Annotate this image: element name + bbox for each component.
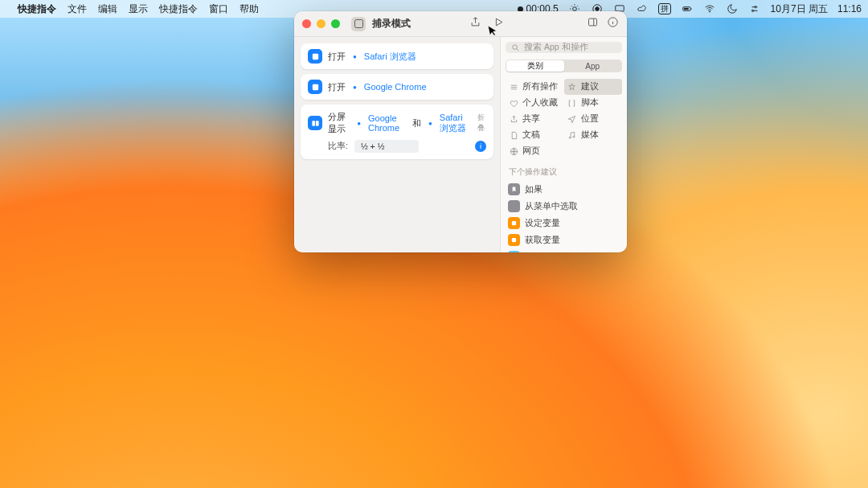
wifi-icon[interactable]: [703, 2, 716, 15]
action-verb: 打开: [328, 81, 346, 93]
svg-rect-12: [312, 53, 317, 59]
control-center-icon[interactable]: [748, 2, 761, 15]
shortcuts-window: 捕录模式 打开 ● Safari 浏览器 打开 ● Google Chrome …: [294, 11, 627, 252]
cat-suggestions[interactable]: 建议: [564, 79, 623, 95]
menu-view[interactable]: 显示: [129, 2, 148, 16]
action-open-chrome[interactable]: 打开 ● Google Chrome: [301, 74, 493, 100]
svg-point-2: [595, 7, 599, 11]
traffic-lights: [302, 19, 340, 28]
info-icon[interactable]: [607, 16, 619, 31]
action-app-token[interactable]: Safari 浏览器: [364, 51, 416, 63]
library-toggle-icon[interactable]: [587, 16, 599, 31]
cat-scripting[interactable]: 脚本: [564, 95, 623, 111]
battery-icon[interactable]: [681, 2, 694, 15]
ratio-label: 比率:: [328, 141, 348, 152]
menu-file[interactable]: 文件: [68, 2, 87, 16]
cat-media[interactable]: 媒体: [564, 127, 623, 143]
svg-point-17: [569, 137, 571, 138]
suggestion-choose-menu[interactable]: 从菜单中选取: [506, 198, 622, 215]
cat-location[interactable]: 位置: [564, 111, 623, 127]
menu-help[interactable]: 帮助: [240, 2, 259, 16]
svg-point-0: [572, 7, 576, 11]
menubar-date[interactable]: 10月7日 周五: [771, 2, 828, 16]
svg-point-18: [573, 136, 575, 137]
moon-icon[interactable]: [726, 2, 739, 15]
cat-all[interactable]: 所有操作: [506, 79, 564, 95]
svg-rect-13: [312, 84, 317, 89]
svg-rect-9: [354, 20, 362, 28]
suggestion-set-variable[interactable]: 设定变量: [506, 215, 622, 232]
ratio-select[interactable]: ½ + ½: [354, 140, 419, 153]
shortcut-icon: [351, 17, 366, 31]
menu-edit[interactable]: 编辑: [98, 2, 117, 16]
split-app2-token[interactable]: Safari 浏览器: [440, 113, 472, 134]
suggestion-get-variable[interactable]: 获取变量: [506, 232, 622, 248]
window-title: 捕录模式: [372, 17, 411, 31]
svg-rect-3: [615, 6, 624, 11]
zoom-button[interactable]: [331, 19, 340, 28]
svg-rect-10: [589, 18, 597, 26]
action-verb: 分屏显示: [328, 111, 350, 135]
suggestions-header: 下个操作建议: [501, 164, 627, 181]
close-button[interactable]: [302, 19, 311, 28]
action-library: 搜索 App 和操作 类别 App 所有操作 建议 个人收藏 脚本 共享 位置 …: [500, 37, 627, 252]
library-search[interactable]: 搜索 App 和操作: [506, 42, 622, 53]
split-app1-token[interactable]: Google Chrome: [368, 113, 407, 133]
cat-documents[interactable]: 文稿: [506, 127, 564, 143]
seg-category[interactable]: 类别: [506, 60, 564, 72]
menu-window[interactable]: 窗口: [209, 2, 228, 16]
svg-rect-21: [512, 238, 516, 242]
menubar-time[interactable]: 11:16: [837, 3, 862, 14]
split-screen-icon: [308, 116, 322, 130]
ratio-info-icon[interactable]: i: [475, 141, 486, 152]
open-app-icon: [308, 80, 322, 94]
svg-rect-5: [684, 8, 689, 10]
action-app-token[interactable]: Google Chrome: [364, 82, 427, 92]
menu-shortcuts[interactable]: 快捷指令: [159, 2, 198, 16]
library-segmented[interactable]: 类别 App: [506, 59, 622, 72]
input-source[interactable]: 拼: [658, 3, 671, 14]
titlebar[interactable]: 捕录模式: [294, 11, 627, 37]
suggestion-if[interactable]: 如果: [506, 181, 622, 198]
bear-icon[interactable]: [636, 2, 649, 15]
action-open-safari[interactable]: 打开 ● Safari 浏览器: [301, 43, 493, 69]
svg-point-16: [513, 44, 518, 49]
svg-rect-15: [315, 121, 318, 125]
app-menu[interactable]: 快捷指令: [18, 2, 56, 16]
svg-rect-20: [512, 221, 516, 225]
svg-point-6: [709, 11, 710, 12]
share-icon[interactable]: [469, 16, 481, 31]
action-split-screen[interactable]: 分屏显示 ● Google Chrome 和 ● Safari 浏览器 折叠 比…: [301, 105, 493, 159]
minimize-button[interactable]: [317, 19, 326, 28]
search-placeholder: 搜索 App 和操作: [524, 42, 588, 53]
cat-sharing[interactable]: 共享: [506, 111, 564, 127]
collapse-toggle[interactable]: 折叠: [477, 113, 486, 133]
cat-favorites[interactable]: 个人收藏: [506, 95, 564, 111]
svg-rect-14: [312, 121, 315, 125]
open-app-icon: [308, 49, 322, 64]
cat-web[interactable]: 网页: [506, 143, 564, 159]
action-verb: 打开: [328, 51, 346, 63]
suggestion-text[interactable]: 文本: [506, 248, 622, 252]
workflow-editor[interactable]: 打开 ● Safari 浏览器 打开 ● Google Chrome 分屏显示 …: [294, 37, 500, 252]
search-icon: [511, 43, 520, 52]
seg-app[interactable]: App: [564, 60, 622, 72]
